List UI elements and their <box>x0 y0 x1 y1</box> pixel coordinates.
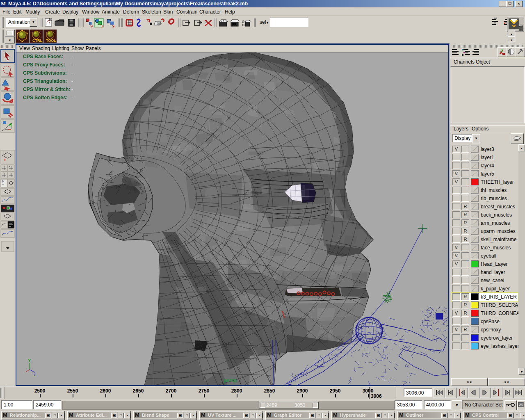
svg-text:Y: Y <box>28 358 31 363</box>
svg-text:CTRL: CTRL <box>32 39 42 43</box>
svg-text:persp: persp <box>224 378 237 383</box>
svg-text:z: z <box>34 372 36 377</box>
svg-text:IPR: IPR <box>232 23 237 26</box>
svg-text:TOOL: TOOL <box>46 39 56 43</box>
